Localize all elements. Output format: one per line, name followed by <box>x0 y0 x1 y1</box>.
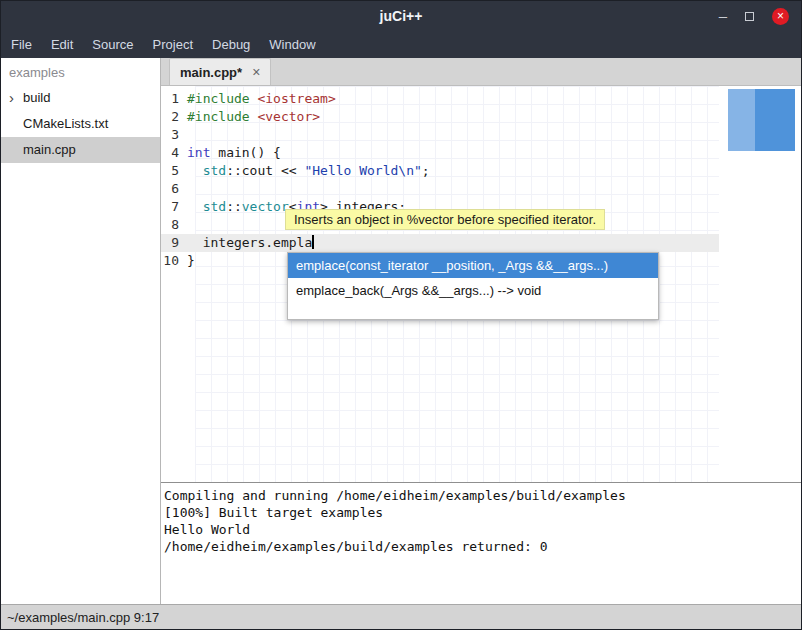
terminal-line: Hello World <box>164 521 799 538</box>
statusbar: ~/examples/main.cpp 9:17 <box>1 604 801 629</box>
completion-popup: emplace(const_iterator __position, _Args… <box>287 252 659 320</box>
line-content: std::cout << "Hello World\n"; <box>187 162 719 180</box>
tab-close-icon[interactable]: × <box>252 64 260 80</box>
terminal-output[interactable]: Compiling and running /home/eidheim/exam… <box>161 483 801 604</box>
terminal-line: [100%] Built target examples <box>164 504 799 521</box>
completion-item-0[interactable]: emplace(const_iterator __position, _Args… <box>288 253 658 278</box>
tab-label: main.cpp* <box>180 65 242 80</box>
main-area: examples ›buildCMakeLists.txtmain.cpp ma… <box>1 58 801 604</box>
code-area[interactable]: 1#include <iostream>2#include <vector>34… <box>161 90 719 270</box>
app-window: juCi++ – × FileEditSourceProjectDebugWin… <box>0 0 802 630</box>
line-content: integers.empla <box>187 234 719 252</box>
file-tree: ›buildCMakeLists.txtmain.cpp <box>1 85 160 163</box>
doc-tooltip: Inserts an object in %vector before spec… <box>285 209 605 230</box>
line-number: 4 <box>161 144 187 162</box>
line-content: #include <vector> <box>187 108 719 126</box>
sidebar-item-main-cpp[interactable]: main.cpp <box>1 137 160 163</box>
file-label: main.cpp <box>23 142 76 157</box>
code-line-2[interactable]: 2#include <vector> <box>161 108 719 126</box>
code-line-3[interactable]: 3 <box>161 126 719 144</box>
line-number: 9 <box>161 234 187 252</box>
line-content: int main() { <box>187 144 719 162</box>
menu-source[interactable]: Source <box>92 37 133 52</box>
menu-debug[interactable]: Debug <box>212 37 250 52</box>
file-label: build <box>23 90 50 105</box>
editor-pane: main.cpp* × 1#include <iostream>2#includ… <box>161 58 801 604</box>
terminal-line: /home/eidheim/examples/build/examples re… <box>164 538 799 555</box>
line-number: 7 <box>161 198 187 216</box>
sidebar-item-cmakelists-txt[interactable]: CMakeLists.txt <box>1 111 160 137</box>
completion-item-1[interactable]: emplace_back(_Args &&__args...) --> void <box>288 278 658 303</box>
window-title: juCi++ <box>1 8 801 24</box>
code-line-4[interactable]: 4int main() { <box>161 144 719 162</box>
tab-main-cpp[interactable]: main.cpp* × <box>169 58 271 85</box>
project-name: examples <box>1 58 160 85</box>
titlebar[interactable]: juCi++ – × <box>1 1 801 31</box>
chevron-right-icon[interactable]: › <box>9 85 14 111</box>
menu-window[interactable]: Window <box>269 37 315 52</box>
menu-file[interactable]: File <box>11 37 32 52</box>
line-number: 3 <box>161 126 187 144</box>
line-number: 1 <box>161 90 187 108</box>
menubar: FileEditSourceProjectDebugWindow <box>1 31 801 58</box>
close-icon[interactable]: × <box>772 8 789 25</box>
line-number: 5 <box>161 162 187 180</box>
line-number: 8 <box>161 216 187 234</box>
scrollbar-thumb[interactable] <box>728 89 795 151</box>
line-content <box>187 126 719 144</box>
code-line-6[interactable]: 6 <box>161 180 719 198</box>
menu-project[interactable]: Project <box>153 37 193 52</box>
line-content <box>187 180 719 198</box>
code-line-5[interactable]: 5 std::cout << "Hello World\n"; <box>161 162 719 180</box>
text-cursor <box>312 235 314 249</box>
menu-edit[interactable]: Edit <box>51 37 73 52</box>
cursor-location: ~/examples/main.cpp 9:17 <box>7 610 159 625</box>
sidebar-item-build[interactable]: ›build <box>1 85 160 111</box>
code-editor[interactable]: 1#include <iostream>2#include <vector>34… <box>161 86 801 482</box>
code-line-9[interactable]: 9 integers.empla <box>161 234 719 252</box>
line-number: 6 <box>161 180 187 198</box>
file-browser: examples ›buildCMakeLists.txtmain.cpp <box>1 58 161 604</box>
terminal-line: Compiling and running /home/eidheim/exam… <box>164 487 799 504</box>
line-number: 2 <box>161 108 187 126</box>
window-controls: – × <box>719 8 801 25</box>
code-line-1[interactable]: 1#include <iostream> <box>161 90 719 108</box>
file-label: CMakeLists.txt <box>23 116 108 131</box>
maximize-icon[interactable] <box>745 12 754 21</box>
line-content: #include <iostream> <box>187 90 719 108</box>
tabbar: main.cpp* × <box>161 58 801 86</box>
line-number: 10 <box>161 252 187 270</box>
minimize-icon[interactable]: – <box>719 11 727 21</box>
